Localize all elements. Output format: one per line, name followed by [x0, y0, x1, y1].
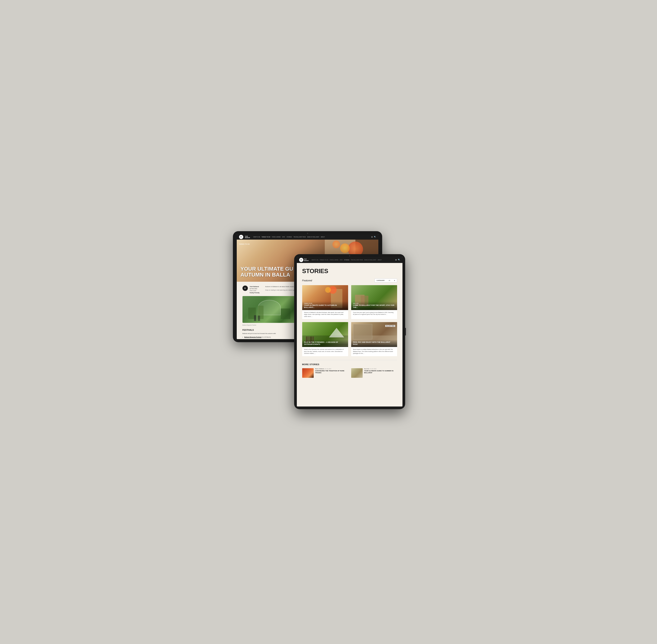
back-festivals-title: FESTIVALS	[243, 329, 296, 331]
back-nav-items: WHAT'S ON THINGS TO DO FOOD & DRINK STAY…	[253, 236, 325, 237]
back-festivals-intro: Ballarat will put its best foot forward …	[243, 332, 296, 334]
list-item: CresFest – Creswick's Festival of Music …	[243, 338, 296, 339]
back-byline-info: Visit Ballarat 02 Feb 2022 Filed under F…	[250, 285, 259, 294]
back-logo-circle: B	[239, 235, 243, 239]
front-nav-items: WHAT'S ON THINGS TO DO FOOD & DRINK STAY…	[312, 259, 382, 260]
back-nav-whats-on[interactable]: WHAT'S ON	[253, 236, 260, 237]
back-filed-under: Filed under	[250, 290, 259, 292]
featured-card-1[interactable]: Things to Do YOUR ULTIMATE GUIDE TO AUTU…	[302, 285, 348, 319]
feat-card-3-body: Head to the Pyrenees this summer and aut…	[302, 347, 348, 356]
feat-card-1-title: YOUR ULTIMATE GUIDE TO AUTUMN IN BALLARA…	[304, 304, 346, 308]
instagram-icon[interactable]: ⊕	[371, 236, 373, 238]
front-tablet-camera	[349, 255, 350, 256]
story-card-2-body: See & Do | 14 Jan 2022 YOUR ULTIMATE GUI…	[364, 368, 397, 374]
festival-link-cresfest[interactable]: CresFest – Creswick's Festival of Music …	[244, 339, 278, 339]
featured-card-2[interactable]: See & Do COME TO BALLARAT FOR THE SPORT,…	[351, 285, 397, 319]
featured-card-4[interactable]: BALLARAT TIMES PICK, PAY AND ENJOY WITH …	[351, 322, 397, 356]
back-festivals-list: Ballarat Begonia Festival (11-20 March) …	[243, 336, 296, 339]
back-tablet-camera	[307, 233, 308, 234]
front-tablet-screen: B Visit Ballarat WHAT'S ON THINGS TO DO …	[297, 257, 403, 407]
featured-grid: Things to Do YOUR ULTIMATE GUIDE TO AUTU…	[302, 285, 397, 356]
back-nav-things-to-do[interactable]: THINGS TO DO	[262, 236, 270, 237]
featured-card-2-image: See & Do COME TO BALLARAT FOR THE SPORT,…	[351, 285, 397, 310]
feat-card-2-tag: See & Do	[353, 303, 395, 304]
search-icon[interactable]: 🔍	[374, 236, 376, 238]
back-nav-made-of[interactable]: MADE OF BALLARAT	[307, 236, 319, 237]
back-b-logo: B	[243, 285, 248, 291]
back-category: Family Friendly	[250, 292, 259, 294]
feat-card-4-overlay: PICK, PAY AND ENJOY WITH THE BALLARAT PA…	[351, 340, 397, 347]
story-card-2-date: 14 Jan 2022	[370, 368, 377, 369]
things-to-do-tag: THINGS TO DO	[239, 244, 250, 245]
front-nav-about[interactable]: ABOUT	[378, 259, 382, 260]
feat-card-2-desc: If you love your sport, you're going to …	[353, 312, 395, 316]
scene: B VisitBallarat WHAT'S ON THINGS TO DO F…	[233, 231, 424, 413]
story-card-2-meta: See & Do | 14 Jan 2022	[364, 368, 397, 369]
front-nav-stories[interactable]: STORIES	[344, 259, 349, 260]
feat-card-1-overlay: Things to Do YOUR ULTIMATE GUIDE TO AUTU…	[302, 301, 348, 310]
featured-header: Featured CATEGORY All ▾	[302, 278, 397, 282]
feat-card-2-body: If you love your sport, you're going to …	[351, 310, 397, 317]
back-author: Visit Ballarat	[250, 285, 259, 288]
festival-link-begonia[interactable]: Ballarat Begonia Festival	[244, 336, 262, 338]
back-logo-text: VisitBallarat	[245, 236, 250, 238]
featured-card-4-image: BALLARAT TIMES PICK, PAY AND ENJOY WITH …	[351, 322, 397, 347]
back-greenhouse-image	[243, 296, 296, 323]
stories-page-title: STORIES	[302, 268, 397, 275]
feat-card-4-body: Book tickets to multiple Ballarat attrac…	[351, 347, 397, 356]
front-nav-whats-on[interactable]: WHAT'S ON	[312, 259, 318, 260]
front-search-icon[interactable]: 🔍	[398, 259, 400, 261]
back-nav-icons: ⊕ 🔍	[371, 236, 376, 238]
tablet-front: B Visit Ballarat WHAT'S ON THINGS TO DO …	[294, 254, 405, 409]
feat-card-3-title: PLAY IN THE PYRENEES – A SEASON OF OUTDO…	[304, 341, 346, 345]
story-card-1-date: 15 Jan 2022	[325, 368, 331, 369]
things-to-do-overlay: THINGS TO DO	[239, 242, 250, 245]
feat-card-1-body: Autumn in Ballarat is all about festival…	[302, 310, 348, 319]
back-date: 02 Feb 2022	[250, 288, 259, 290]
front-logo-text: Visit Ballarat	[304, 258, 309, 261]
more-stories-grid: Made of Ballarat | 15 Jan 2022 CONTINUIN…	[302, 368, 397, 378]
featured-label: Featured	[302, 279, 312, 282]
back-nav-ballarat-pass[interactable]: THE BALLARAT PASS	[293, 236, 305, 237]
back-nav: B VisitBallarat WHAT'S ON THINGS TO DO F…	[237, 234, 378, 239]
story-card-2[interactable]: See & Do | 14 Jan 2022 YOUR ULTIMATE GUI…	[351, 368, 397, 378]
category-label: CATEGORY	[377, 280, 385, 281]
front-nav-ballarat-pass[interactable]: THE BALLARAT PASS	[351, 259, 363, 260]
front-nav-icons: ⊕ 🔍	[395, 259, 400, 261]
featured-card-1-image: Things to Do YOUR ULTIMATE GUIDE TO AUTU…	[302, 285, 348, 310]
story-card-2-image	[351, 368, 363, 378]
category-dropdown[interactable]: CATEGORY All ▾	[375, 278, 397, 282]
feat-card-3-overlay: PLAY IN THE PYRENEES – A SEASON OF OUTDO…	[302, 340, 348, 347]
back-nav-about[interactable]: ABOUT	[321, 236, 325, 237]
section-divider-1	[302, 360, 397, 360]
front-nav-things-to-do[interactable]: THINGS TO DO	[320, 259, 328, 260]
front-logo-wrap: B Visit Ballarat	[299, 258, 309, 262]
feat-card-4-title: PICK, PAY AND ENJOY WITH THE BALLARAT PA…	[353, 341, 395, 345]
front-nav-made-of[interactable]: MADE OF BALLARAT	[364, 259, 376, 260]
feat-card-4-desc: Book tickets to multiple Ballarat attrac…	[353, 348, 395, 354]
back-greenhouse-caption: Ballarat Begonia Festival	[243, 324, 296, 326]
feat-card-2-title: COME TO BALLARAT FOR THE SPORT, STAY FOR…	[353, 304, 395, 308]
front-nav-stay[interactable]: STAY	[340, 259, 343, 260]
front-nav: B Visit Ballarat WHAT'S ON THINGS TO DO …	[297, 257, 403, 263]
back-nav-food-drink[interactable]: FOOD & DRINK	[272, 236, 281, 237]
story-card-1-body: Made of Ballarat | 15 Jan 2022 CONTINUIN…	[315, 368, 348, 374]
back-nav-stay[interactable]: STAY	[282, 236, 285, 237]
front-nav-food-drink[interactable]: FOOD & DRINK	[330, 259, 339, 260]
story-card-1-title: CONTINUING THE TRADITION OF RARE TRADES	[315, 370, 348, 374]
category-value: All	[389, 280, 390, 281]
chevron-down-icon: ▾	[394, 279, 395, 281]
list-item: Ballarat Begonia Festival (11-20 March)	[243, 336, 296, 338]
front-instagram-icon[interactable]: ⊕	[395, 259, 397, 261]
story-card-1-meta: Made of Ballarat | 15 Jan 2022	[315, 368, 348, 369]
feat-card-3-desc: Head to the Pyrenees this summer and aut…	[304, 348, 346, 354]
story-card-1[interactable]: Made of Ballarat | 15 Jan 2022 CONTINUIN…	[302, 368, 348, 378]
back-nav-stories[interactable]: STORIES	[287, 236, 292, 237]
story-card-1-tag: Made of Ballarat	[315, 368, 324, 369]
front-logo-circle: B	[299, 258, 303, 262]
featured-card-3[interactable]: PLAY IN THE PYRENEES – A SEASON OF OUTDO…	[302, 322, 348, 356]
more-stories-title: MORE STORIES	[302, 363, 397, 366]
feat-card-1-tag: Things to Do	[304, 303, 346, 304]
story-card-2-title: YOUR ULTIMATE GUIDE TO SUMMER IN BALLARA…	[364, 370, 397, 374]
front-main: STORIES Featured CATEGORY All ▾	[297, 263, 403, 383]
